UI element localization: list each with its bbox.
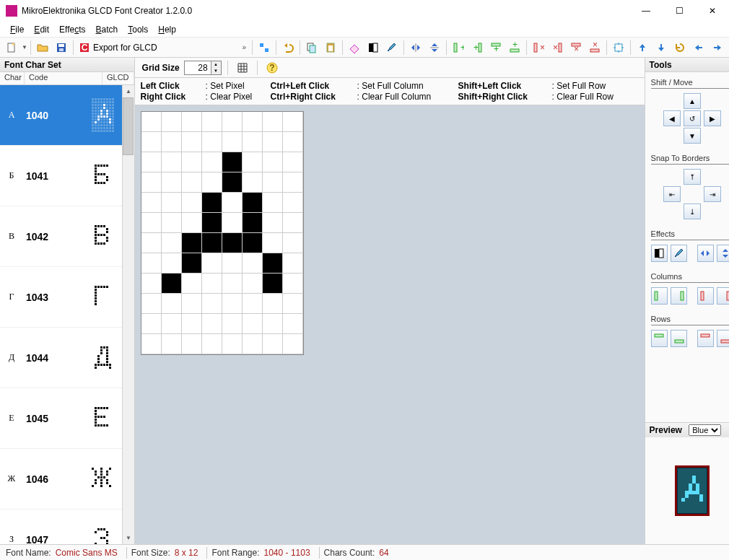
pixel-cell[interactable] <box>182 172 202 193</box>
pixel-cell[interactable] <box>263 314 283 334</box>
snap-left-button[interactable]: ⇤ <box>663 186 681 202</box>
scroll-down-icon[interactable]: ▼ <box>123 532 134 544</box>
pixel-cell[interactable] <box>141 152 162 172</box>
row-remove-bottom-button[interactable] <box>717 330 729 347</box>
pixel-cell[interactable] <box>141 233 162 253</box>
pixel-cell[interactable] <box>243 193 263 213</box>
pixel-cell[interactable] <box>263 334 283 354</box>
col-add-left-button[interactable] <box>651 287 668 305</box>
menu-edit[interactable]: Edit <box>30 23 53 36</box>
effect-invert-button[interactable] <box>651 245 668 262</box>
dropdown-icon[interactable]: ▼ <box>22 44 27 51</box>
col-ins-right-button[interactable]: + <box>468 40 486 56</box>
pixel-cell[interactable] <box>243 112 263 132</box>
pixel-cell[interactable] <box>141 213 162 233</box>
help-button[interactable]: ? <box>263 60 281 76</box>
pixel-cell[interactable] <box>222 274 243 294</box>
col-glcd[interactable]: GLCD <box>102 72 134 84</box>
scroll-thumb[interactable] <box>123 97 134 155</box>
pixel-cell[interactable] <box>182 314 202 334</box>
pixel-cell[interactable] <box>162 314 182 334</box>
move-down-button[interactable]: ▼ <box>684 128 701 144</box>
minimize-button[interactable]: — <box>629 0 663 22</box>
row-ins-bottom-button[interactable]: + <box>506 40 523 56</box>
erase-button[interactable] <box>346 40 363 56</box>
col-remove-right-button[interactable] <box>717 287 729 305</box>
export-glcd-button[interactable]: C Export for GLCD <box>77 40 162 56</box>
pixel-cell[interactable] <box>283 314 303 334</box>
char-row[interactable]: А1040 <box>0 85 134 146</box>
row-del-top-button[interactable]: × <box>567 40 585 56</box>
shift-up-button[interactable] <box>634 40 651 56</box>
pixel-cell[interactable] <box>202 233 222 253</box>
pixel-cell[interactable] <box>283 152 303 172</box>
pixel-cell[interactable] <box>182 274 202 294</box>
pixel-cell[interactable] <box>182 152 202 172</box>
row-add-bottom-button[interactable] <box>671 330 687 347</box>
invert-button[interactable] <box>364 40 382 56</box>
grid-size-spinner[interactable]: ▲▼ <box>184 61 222 75</box>
pixel-cell[interactable] <box>162 253 182 274</box>
col-remove-left-button[interactable] <box>697 287 714 305</box>
pixel-cell[interactable] <box>182 112 202 132</box>
char-list[interactable]: А1040Б1041В1042Г1043Д1044Е1045Ж1046З1047… <box>0 85 134 544</box>
pixel-cell[interactable] <box>202 274 222 294</box>
char-row[interactable]: Е1045 <box>0 388 134 449</box>
effect-mirror-v-button[interactable] <box>717 245 729 262</box>
col-ins-left-button[interactable]: + <box>450 40 467 56</box>
shift-reset-button[interactable] <box>671 40 689 56</box>
char-row[interactable]: Г1043 <box>0 267 134 328</box>
pixel-cell[interactable] <box>283 112 303 132</box>
pixel-cell[interactable] <box>243 274 263 294</box>
move-left-button[interactable]: ◀ <box>663 110 681 126</box>
pixel-cell[interactable] <box>162 274 182 294</box>
pixel-cell[interactable] <box>222 253 243 274</box>
pixel-cell[interactable] <box>141 274 162 294</box>
col-add-right-button[interactable] <box>671 287 687 305</box>
row-remove-top-button[interactable] <box>697 330 714 347</box>
pixel-cell[interactable] <box>222 213 243 233</box>
pixel-cell[interactable] <box>162 213 182 233</box>
pixel-cell[interactable] <box>141 334 162 354</box>
pixel-cell[interactable] <box>141 253 162 274</box>
pixel-cell[interactable] <box>182 193 202 213</box>
pixel-cell[interactable] <box>222 193 243 213</box>
snap-top-button[interactable]: ⤒ <box>684 169 701 185</box>
pixel-cell[interactable] <box>182 294 202 314</box>
pixel-cell[interactable] <box>243 172 263 193</box>
pixel-cell[interactable] <box>141 112 162 132</box>
pixel-cell[interactable] <box>202 172 222 193</box>
toggle-grid-button[interactable] <box>234 60 251 76</box>
pixel-cell[interactable] <box>182 253 202 274</box>
pixel-cell[interactable] <box>283 213 303 233</box>
pixel-cell[interactable] <box>243 152 263 172</box>
pixel-cell[interactable] <box>243 233 263 253</box>
pixel-cell[interactable] <box>162 112 182 132</box>
pixel-cell[interactable] <box>243 132 263 152</box>
snap-all-button[interactable] <box>610 40 627 56</box>
pixel-cell[interactable] <box>222 233 243 253</box>
pixel-cell[interactable] <box>162 152 182 172</box>
menu-effects[interactable]: Effects <box>55 23 90 36</box>
pixel-cell[interactable] <box>263 172 283 193</box>
menu-help[interactable]: Help <box>154 23 180 36</box>
menu-file[interactable]: File <box>6 23 28 36</box>
move-reset-button[interactable]: ↺ <box>684 110 701 126</box>
pixel-cell[interactable] <box>141 193 162 213</box>
move-right-button[interactable]: ▶ <box>704 110 721 126</box>
pixel-cell[interactable] <box>222 112 243 132</box>
char-row[interactable]: Д1044 <box>0 328 134 388</box>
pixel-cell[interactable] <box>141 172 162 193</box>
char-row[interactable]: Б1041 <box>0 146 134 206</box>
menu-tools[interactable]: Tools <box>123 23 152 36</box>
effect-mirror-h-button[interactable] <box>697 245 714 262</box>
pixel-cell[interactable] <box>283 274 303 294</box>
pixel-cell[interactable] <box>202 213 222 233</box>
menu-batch[interactable]: Batch <box>92 23 123 36</box>
pixel-cell[interactable] <box>182 334 202 354</box>
pixel-cell[interactable] <box>263 294 283 314</box>
pixel-cell[interactable] <box>162 172 182 193</box>
row-ins-top-button[interactable]: + <box>487 40 505 56</box>
pixel-cell[interactable] <box>263 152 283 172</box>
snap-right-button[interactable]: ⇥ <box>704 186 721 202</box>
